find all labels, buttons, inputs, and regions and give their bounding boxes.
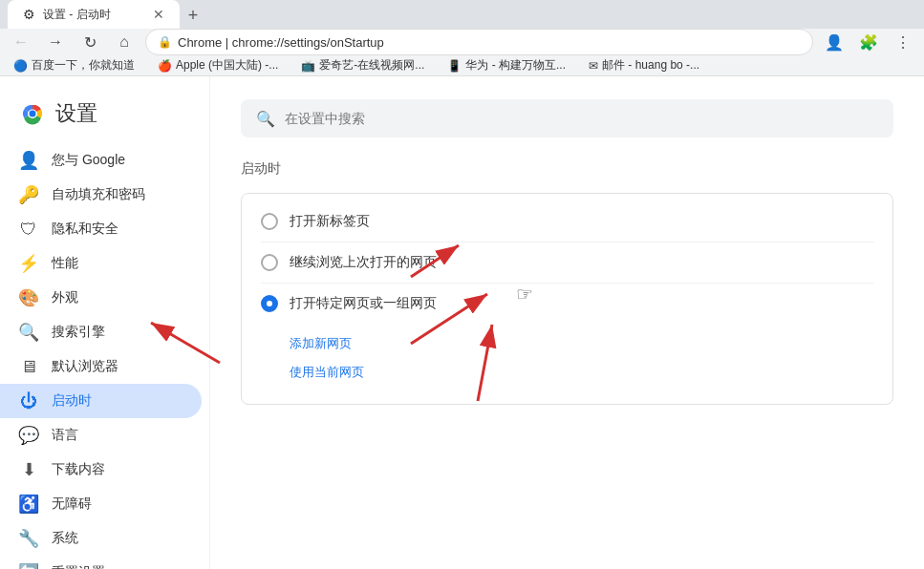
search-engine-icon: 🔍	[19, 323, 38, 342]
address-bar[interactable]: 🔒 Chrome | chrome://settings/onStartup	[145, 29, 813, 55]
radio-new-tab[interactable]	[261, 213, 278, 230]
performance-icon: ⚡	[19, 254, 38, 273]
bookmark-baidu[interactable]: 🔵 百度一下，你就知道	[8, 55, 140, 75]
bookmark-iqiyi-icon: 📺	[301, 59, 315, 73]
sidebar-item-reset[interactable]: 🔄 重置设置	[0, 556, 202, 569]
sidebar-label-search: 搜索引擎	[52, 324, 105, 341]
option-new-tab-label: 打开新标签页	[290, 213, 370, 230]
refresh-button[interactable]: ↻	[76, 29, 103, 55]
sidebar-item-performance[interactable]: ⚡ 性能	[0, 246, 202, 281]
sidebar-item-default-browser[interactable]: 🖥 默认浏览器	[0, 349, 202, 384]
sidebar-item-system[interactable]: 🔧 系统	[0, 521, 202, 556]
appearance-icon: 🎨	[19, 288, 38, 307]
forward-button[interactable]: →	[42, 29, 69, 55]
sidebar-title: 设置	[55, 99, 97, 128]
downloads-icon: ⬇	[19, 460, 38, 479]
startup-icon: ⏻	[19, 391, 38, 411]
bookmark-mail[interactable]: ✉ 邮件 - huang bo -...	[583, 55, 705, 75]
sidebar-label-google: 您与 Google	[52, 152, 125, 169]
sidebar-label-appearance: 外观	[52, 289, 78, 306]
radio-continue[interactable]	[261, 254, 278, 271]
system-icon: 🔧	[19, 529, 38, 548]
bookmark-apple-label: Apple (中国大陆) -...	[176, 57, 278, 74]
browser-frame: ⚙ 设置 - 启动时 ✕ + ← → ↻ ⌂ 🔒 Chrome | chrome…	[0, 0, 924, 569]
sidebar-item-accessibility[interactable]: ♿ 无障碍	[0, 487, 202, 521]
sidebar-item-appearance[interactable]: 🎨 外观	[0, 281, 202, 315]
title-bar: ⚙ 设置 - 启动时 ✕ +	[0, 0, 924, 29]
sidebar: 设置 👤 您与 Google 🔑 自动填充和密码 🛡 隐私和安全 ⚡ 性能 🎨 …	[0, 76, 210, 569]
bookmark-iqiyi[interactable]: 📺 爱奇艺-在线视频网...	[295, 55, 430, 75]
menu-button[interactable]: ⋮	[890, 29, 916, 55]
sidebar-label-language: 语言	[52, 427, 78, 444]
content-area: 设置 👤 您与 Google 🔑 自动填充和密码 🛡 隐私和安全 ⚡ 性能 🎨 …	[0, 76, 924, 569]
tab-area: ⚙ 设置 - 启动时 ✕ +	[8, 0, 916, 29]
startup-settings-card: 打开新标签页 继续浏览上次打开的网页 打开特定网页或一组网页 添加新网页	[241, 193, 893, 405]
extensions-button[interactable]: 🧩	[855, 29, 882, 55]
main-panel: 🔍 启动时 打开新标签页 继续浏览上次打开的网页	[210, 76, 924, 569]
sidebar-item-language[interactable]: 💬 语言	[0, 418, 202, 453]
bookmark-mail-icon: ✉	[589, 59, 598, 73]
back-button[interactable]: ←	[8, 29, 34, 55]
option-specific[interactable]: 打开特定网页或一组网页	[242, 284, 892, 324]
option-continue-label: 继续浏览上次打开的网页	[290, 254, 437, 271]
add-new-page-link[interactable]: 添加新网页	[290, 331, 873, 356]
section-title: 启动时	[241, 160, 893, 178]
sidebar-item-autofill[interactable]: 🔑 自动填充和密码	[0, 178, 202, 212]
toolbar: ← → ↻ ⌂ 🔒 Chrome | chrome://settings/onS…	[0, 29, 924, 55]
bookmark-iqiyi-label: 爱奇艺-在线视频网...	[319, 57, 424, 74]
security-icon: 🔒	[158, 35, 172, 49]
tab-close-button[interactable]: ✕	[153, 7, 164, 22]
chrome-logo-icon	[19, 100, 46, 127]
sidebar-label-startup: 启动时	[52, 392, 92, 410]
bookmarks-bar: 🔵 百度一下，你就知道 🍎 Apple (中国大陆) -... 📺 爱奇艺-在线…	[0, 55, 924, 76]
tab-title: 设置 - 启动时	[43, 7, 111, 23]
bookmark-apple[interactable]: 🍎 Apple (中国大陆) -...	[152, 55, 284, 75]
sidebar-label-privacy: 隐私和安全	[52, 221, 118, 238]
bookmark-huawei[interactable]: 📱 华为 - 构建万物互...	[441, 55, 571, 75]
sidebar-header: 设置	[0, 92, 209, 143]
bookmark-baidu-icon: 🔵	[13, 59, 28, 73]
settings-search-input[interactable]	[285, 111, 878, 126]
tab-favicon: ⚙	[23, 7, 35, 22]
home-button[interactable]: ⌂	[111, 29, 138, 55]
option-continue[interactable]: 继续浏览上次打开的网页	[242, 242, 892, 283]
accessibility-icon: ♿	[19, 495, 38, 514]
sub-options: 添加新网页 使用当前网页	[242, 324, 892, 396]
sidebar-label-autofill: 自动填充和密码	[52, 186, 145, 203]
new-tab-button[interactable]: +	[180, 2, 206, 29]
option-specific-label: 打开特定网页或一组网页	[290, 295, 437, 312]
option-new-tab[interactable]: 打开新标签页	[242, 201, 892, 242]
bookmark-baidu-label: 百度一下，你就知道	[32, 57, 135, 74]
bookmark-mail-label: 邮件 - huang bo -...	[602, 57, 699, 74]
use-current-page-link[interactable]: 使用当前网页	[290, 360, 873, 385]
bookmark-huawei-icon: 📱	[447, 59, 462, 73]
sidebar-label-performance: 性能	[52, 255, 78, 272]
settings-search-bar[interactable]: 🔍	[241, 99, 893, 137]
sidebar-label-accessibility: 无障碍	[52, 495, 92, 513]
sidebar-label-browser: 默认浏览器	[52, 358, 118, 375]
sidebar-item-privacy[interactable]: 🛡 隐私和安全	[0, 212, 202, 246]
svg-point-5	[30, 111, 36, 117]
settings-search-icon: 🔍	[256, 110, 275, 128]
language-icon: 💬	[19, 426, 38, 445]
reset-icon: 🔄	[19, 563, 38, 569]
sidebar-label-system: 系统	[52, 530, 78, 547]
sidebar-item-startup[interactable]: ⏻ 启动时	[0, 384, 202, 418]
autofill-icon: 🔑	[19, 185, 38, 204]
url-display: Chrome | chrome://settings/onStartup	[178, 35, 384, 50]
bookmark-huawei-label: 华为 - 构建万物互...	[465, 57, 566, 74]
default-browser-icon: 🖥	[19, 357, 38, 376]
sidebar-label-downloads: 下载内容	[52, 461, 105, 478]
radio-specific[interactable]	[261, 295, 278, 312]
privacy-icon: 🛡	[19, 220, 38, 239]
google-icon: 👤	[19, 151, 38, 170]
profile-button[interactable]: 👤	[821, 29, 848, 55]
sidebar-item-downloads[interactable]: ⬇ 下载内容	[0, 453, 202, 487]
sidebar-item-google[interactable]: 👤 您与 Google	[0, 143, 202, 178]
bookmark-apple-icon: 🍎	[158, 59, 172, 73]
sidebar-item-search[interactable]: 🔍 搜索引擎	[0, 315, 202, 349]
active-tab[interactable]: ⚙ 设置 - 启动时 ✕	[8, 0, 180, 29]
sidebar-label-reset: 重置设置	[52, 564, 105, 569]
